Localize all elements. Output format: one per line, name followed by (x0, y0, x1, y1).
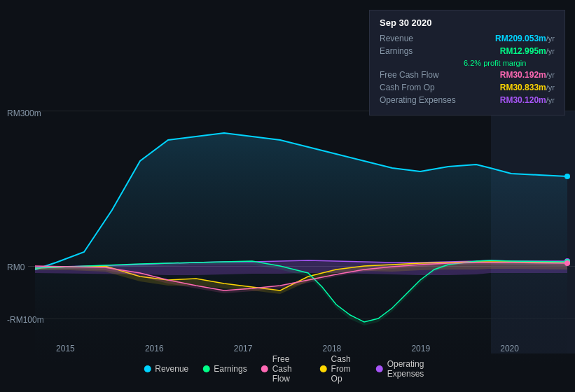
x-label-2019: 2019 (411, 344, 430, 354)
x-label-2018: 2018 (323, 344, 342, 354)
x-label-2015: 2015 (56, 344, 75, 354)
chart-area: RM300m RM0 -RM100m (0, 0, 575, 392)
tooltip-value-earnings: RM12.995m/yr (500, 46, 555, 56)
tooltip-label-revenue: Revenue (380, 34, 464, 43)
tooltip-label-earnings: Earnings (380, 46, 464, 56)
legend-label-opex: Operating Expenses (387, 359, 431, 379)
legend-label-cashfromop: Cash From Op (331, 354, 362, 384)
legend-dot-revenue (144, 365, 151, 372)
x-label-2016: 2016 (145, 344, 164, 354)
legend-dot-cashfromop (320, 365, 327, 372)
tooltip-value-revenue: RM209.053m/yr (495, 34, 555, 43)
tooltip-value-fcf: RM30.192m/yr (500, 70, 555, 80)
profit-margin: 6.2% profit margin (380, 59, 555, 67)
legend-label-earnings: Earnings (214, 364, 247, 374)
legend-item-fcf[interactable]: Free Cash Flow (261, 354, 306, 384)
tooltip-label-fcf: Free Cash Flow (380, 70, 464, 80)
legend-item-opex[interactable]: Operating Expenses (376, 359, 431, 379)
tooltip-row-fcf: Free Cash Flow RM30.192m/yr (380, 70, 555, 80)
tooltip-label-opex: Operating Expenses (380, 95, 464, 105)
tooltip-value-cashfromop: RM30.833m/yr (500, 83, 555, 92)
tooltip-value-opex: RM30.120m/yr (500, 95, 555, 105)
tooltip-row-opex: Operating Expenses RM30.120m/yr (380, 95, 555, 105)
legend: Revenue Earnings Free Cash Flow Cash Fro… (144, 354, 431, 384)
x-label-2020: 2020 (500, 344, 519, 354)
legend-dot-opex (376, 365, 383, 372)
x-axis-labels: 2015 2016 2017 2018 2019 2020 (0, 344, 575, 354)
svg-point-0 (564, 174, 570, 179)
x-label-2017: 2017 (234, 344, 253, 354)
legend-item-revenue[interactable]: Revenue (144, 364, 188, 374)
tooltip-row-cashfromop: Cash From Op RM30.833m/yr (380, 83, 555, 92)
legend-label-revenue: Revenue (155, 364, 188, 374)
tooltip-row-revenue: Revenue RM209.053m/yr (380, 34, 555, 43)
tooltip-row-earnings: Earnings RM12.995m/yr (380, 46, 555, 56)
tooltip-box: Sep 30 2020 Revenue RM209.053m/yr Earnin… (369, 10, 565, 115)
tooltip-date: Sep 30 2020 (380, 18, 555, 28)
svg-point-4 (564, 260, 570, 266)
legend-item-cashfromop[interactable]: Cash From Op (320, 354, 362, 384)
legend-dot-earnings (202, 365, 209, 372)
legend-dot-fcf (261, 365, 268, 372)
tooltip-label-cashfromop: Cash From Op (380, 83, 464, 92)
legend-item-earnings[interactable]: Earnings (202, 364, 247, 374)
legend-label-fcf: Free Cash Flow (272, 354, 306, 384)
